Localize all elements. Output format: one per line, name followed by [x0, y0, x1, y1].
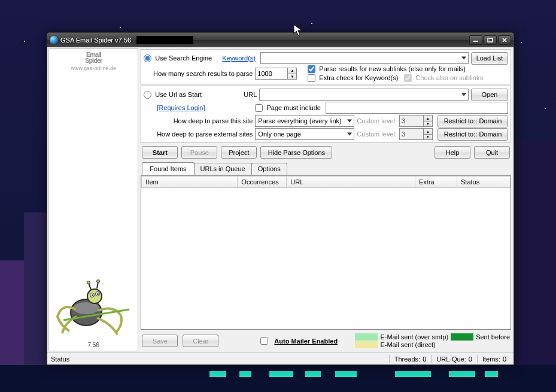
use-url-radio[interactable]	[144, 91, 151, 99]
restrict-button-1[interactable]: Restrict to:: Domain	[437, 115, 508, 127]
legend-before-color	[451, 333, 473, 341]
requires-login-link[interactable]: [Requires Login]	[157, 104, 205, 111]
version-label: 7.56	[87, 342, 99, 348]
spinner-up-icon: ▲	[423, 115, 433, 121]
must-include-input[interactable]	[326, 102, 508, 114]
deep-ext-value: Only one page	[258, 130, 301, 138]
deep-this-label: How deep to parse this site	[144, 117, 253, 124]
open-button[interactable]: Open	[471, 89, 508, 101]
use-search-engine-radio[interactable]	[144, 54, 151, 62]
legend-smtp-label: E-Mail sent (over smtp)	[380, 333, 448, 341]
threads-value: 0	[423, 355, 426, 363]
restrict-button-2[interactable]: Restrict to:: Domain	[437, 128, 508, 141]
title-redaction	[136, 36, 193, 44]
url-field-label: URL	[222, 91, 257, 98]
start-button[interactable]: Start	[142, 146, 178, 159]
svg-rect-0	[473, 41, 478, 42]
deep-ext-label: How deep to parse external sites	[144, 130, 253, 138]
custom-level-input-2	[399, 128, 423, 140]
results-table: Item Occurrences URL Extra Status	[141, 175, 511, 330]
col-item[interactable]: Item	[141, 176, 237, 188]
check-sublinks-label: Check also on sublinks	[415, 74, 483, 81]
col-status[interactable]: Status	[457, 176, 511, 188]
threads-label: Threads:	[394, 355, 420, 363]
col-extra[interactable]: Extra	[415, 176, 457, 188]
check-sublinks-checkbox	[404, 74, 412, 82]
legend-before-label: Sent before	[476, 333, 510, 341]
table-body[interactable]	[141, 188, 511, 329]
svg-point-13	[87, 281, 90, 284]
items-value: 0	[503, 355, 506, 363]
custom-level-spinner-1: ▲▼	[399, 115, 433, 127]
svg-point-14	[97, 280, 100, 283]
must-include-label: Page must include	[266, 104, 321, 111]
spinner-down-icon: ▼	[423, 121, 433, 127]
window-title: GSA Email Spider v7.56 -	[60, 37, 135, 44]
help-button[interactable]: Help	[435, 146, 470, 159]
custom-level-label-2: Custom level:	[357, 130, 397, 138]
legend-direct-label: E-Mail sent (direct)	[380, 341, 435, 348]
close-button[interactable]	[498, 35, 511, 45]
col-occurrences[interactable]: Occurrences	[237, 176, 286, 188]
app-window: GSA Email Spider v7.56 - Email Spider ww…	[47, 32, 514, 365]
custom-level-spinner-2: ▲▼	[399, 128, 433, 140]
project-button[interactable]: Project	[221, 146, 257, 159]
spinner-down-icon: ▼	[423, 134, 433, 140]
howmany-label: How many search results to parse	[144, 70, 253, 77]
urlque-value: 0	[469, 355, 472, 363]
legend-direct-color	[355, 341, 378, 348]
titlebar[interactable]: GSA Email Spider v7.56 -	[47, 33, 514, 47]
logo: Email Spider	[85, 51, 102, 64]
auto-mailer-label[interactable]: Auto Mailer Enabled	[274, 338, 338, 345]
svg-point-10	[97, 293, 99, 295]
pause-button: Pause	[181, 146, 217, 159]
auto-mailer-checkbox[interactable]	[260, 337, 268, 345]
quit-button[interactable]: Quit	[474, 146, 510, 159]
svg-point-6	[87, 289, 102, 303]
must-include-checkbox[interactable]	[255, 104, 263, 112]
legend-smtp-color	[355, 333, 378, 341]
tab-found-items[interactable]: Found Items	[142, 162, 194, 175]
svg-point-9	[92, 294, 93, 296]
custom-level-input-1	[399, 115, 423, 127]
minimize-button[interactable]	[469, 35, 482, 45]
tab-options[interactable]: Options	[251, 163, 287, 175]
custom-level-label-1: Custom level:	[357, 117, 397, 124]
button-row: Start Pause Project Hide Parse Options H…	[141, 144, 511, 160]
clear-button: Clear	[183, 335, 218, 347]
url-dropdown[interactable]	[259, 89, 469, 101]
load-list-button[interactable]: Load List	[471, 52, 508, 65]
keywords-link[interactable]: Keyword(s)	[222, 54, 258, 62]
howmany-input[interactable]	[255, 68, 287, 80]
tabs: Found Items URLs in Queue Options	[141, 163, 511, 175]
spider-illustration	[51, 274, 135, 339]
tab-urls-queue[interactable]: URLs in Queue	[194, 163, 252, 175]
items-label: Items:	[482, 355, 500, 363]
col-url[interactable]: URL	[286, 176, 415, 188]
urlque-label: URL-Que:	[436, 355, 466, 363]
deep-ext-dropdown[interactable]: Only one page	[255, 128, 354, 140]
spinner-down-icon[interactable]: ▼	[287, 74, 297, 80]
logo-url: www.gsa-online.de	[71, 65, 116, 71]
search-engine-panel: Use Search Engine Keyword(s) Load List H…	[141, 49, 511, 84]
spinner-up-icon[interactable]: ▲	[287, 68, 297, 74]
deep-this-value: Parse everything (every link)	[258, 117, 341, 124]
hide-parse-button[interactable]: Hide Parse Options	[260, 146, 332, 159]
howmany-spinner[interactable]: ▲▼	[255, 68, 297, 80]
spinner-up-icon: ▲	[423, 128, 433, 134]
app-icon	[50, 36, 58, 44]
extra-check-checkbox[interactable]	[308, 74, 315, 82]
deep-this-dropdown[interactable]: Parse everything (every link)	[255, 115, 354, 127]
svg-rect-1	[488, 38, 493, 42]
logo-line2: Spider	[85, 57, 102, 64]
statusbar: Status Threads: 0 URL-Que: 0 Items: 0	[47, 353, 514, 364]
status-label: Status	[51, 355, 69, 363]
keywords-dropdown[interactable]	[260, 52, 469, 64]
url-start-panel: Use Url as Start URL Open [Requires Logi…	[141, 86, 511, 143]
sidebar: Email Spider www.gsa-online.de	[48, 48, 138, 351]
use-url-label: Use Url as Start	[155, 91, 220, 98]
use-search-engine-label: Use Search Engine	[155, 54, 220, 62]
maximize-button[interactable]	[484, 35, 497, 45]
parse-sublinks-checkbox[interactable]	[308, 65, 315, 73]
bottom-row: Save Clear Auto Mailer Enabled E-Mail se…	[141, 331, 511, 351]
